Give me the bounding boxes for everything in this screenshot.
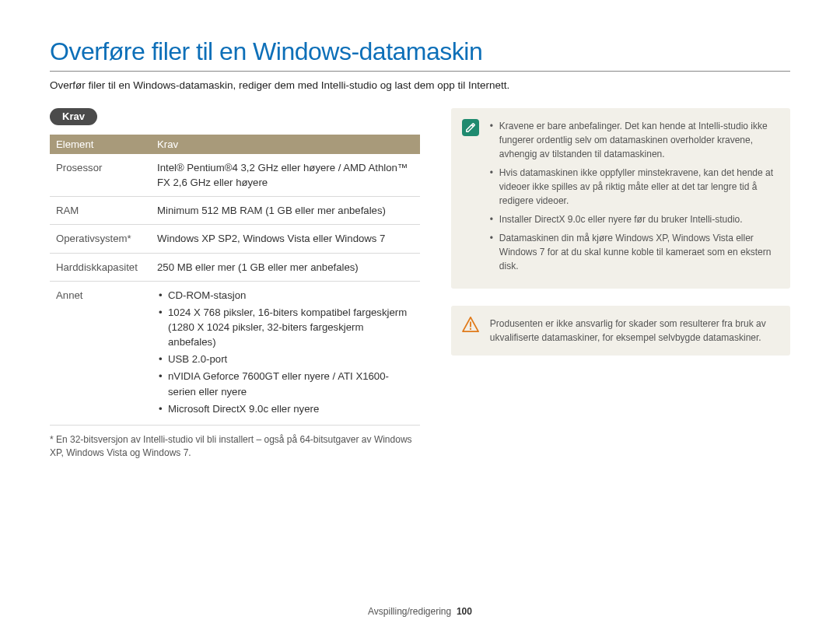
list-item: 1024 X 768 piksler, 16-biters kompatibel… <box>157 305 414 349</box>
list-item: USB 2.0-port <box>157 352 414 366</box>
section-label: Krav <box>50 108 97 125</box>
cell-value: Intel® Pentium®4 3,2 GHz eller høyere / … <box>151 154 420 197</box>
footer-section: Avspilling/redigering <box>368 606 451 617</box>
note-info-icon <box>462 119 479 136</box>
list-item: Installer DirectX 9.0c eller nyere før d… <box>490 212 778 226</box>
cell-value-list: CD-ROM-stasjon 1024 X 768 piksler, 16-bi… <box>151 281 420 425</box>
table-header-row: Element Krav <box>50 135 420 154</box>
cell-value: Windows XP SP2, Windows Vista eller Wind… <box>151 225 420 253</box>
table-row-annet: Annet CD-ROM-stasjon 1024 X 768 piksler,… <box>50 281 420 425</box>
cell-value: 250 MB eller mer (1 GB eller mer anbefal… <box>151 253 420 281</box>
requirements-table: Element Krav Prosessor Intel® Pentium®4 … <box>50 135 420 426</box>
header-krav: Krav <box>151 135 420 154</box>
list-item: nVIDIA Geforce 7600GT eller nyere / ATI … <box>157 369 414 398</box>
cell-value: Minimum 512 MB RAM (1 GB eller mer anbef… <box>151 197 420 225</box>
footer-page: 100 <box>457 606 472 617</box>
list-item: Kravene er bare anbefalinger. Det kan he… <box>490 119 778 161</box>
page-footer: Avspilling/redigering 100 <box>0 606 840 617</box>
cell-label: Operativsystem* <box>50 225 151 253</box>
cell-label: RAM <box>50 197 151 225</box>
warning-triangle-icon <box>462 317 479 332</box>
header-element: Element <box>50 135 151 154</box>
info-list: Kravene er bare anbefalinger. Det kan he… <box>490 119 778 273</box>
table-row: RAM Minimum 512 MB RAM (1 GB eller mer a… <box>50 197 420 225</box>
page-title: Overføre filer til en Windows-datamaskin <box>50 37 790 66</box>
pencil-icon <box>465 122 476 133</box>
warning-icon <box>462 317 479 336</box>
list-item: Hvis datamaskinen ikke oppfyller minstek… <box>490 166 778 208</box>
table-row: Harddiskkapasitet 250 MB eller mer (1 GB… <box>50 253 420 281</box>
list-item: Datamaskinen din må kjøre Windows XP, Wi… <box>490 231 778 273</box>
table-row: Operativsystem* Windows XP SP2, Windows … <box>50 225 420 253</box>
right-column: Kravene er bare anbefalinger. Det kan he… <box>451 108 790 373</box>
note-box-warning: Produsenten er ikke ansvarlig for skader… <box>451 306 790 356</box>
footnote: * En 32-bitsversjon av Intelli-studio vi… <box>50 433 420 460</box>
warning-text: Produsenten er ikke ansvarlig for skader… <box>490 317 778 345</box>
cell-label: Prosessor <box>50 154 151 197</box>
left-column: Krav Element Krav Prosessor Intel® Penti… <box>50 108 420 459</box>
list-item: CD-ROM-stasjon <box>157 288 414 303</box>
intro-text: Overfør filer til en Windows-datamaskin,… <box>50 79 790 91</box>
note-box-info: Kravene er bare anbefalinger. Det kan he… <box>451 108 790 289</box>
table-row: Prosessor Intel® Pentium®4 3,2 GHz eller… <box>50 154 420 197</box>
document-page: Overføre filer til en Windows-datamaskin… <box>0 0 840 459</box>
list-item: Microsoft DirectX 9.0c eller nyere <box>157 401 414 416</box>
svg-point-1 <box>470 328 471 330</box>
cell-label: Harddiskkapasitet <box>50 253 151 281</box>
content-columns: Krav Element Krav Prosessor Intel® Penti… <box>50 108 790 459</box>
title-divider <box>50 71 790 72</box>
cell-label: Annet <box>50 281 151 425</box>
annet-list: CD-ROM-stasjon 1024 X 768 piksler, 16-bi… <box>157 288 414 416</box>
